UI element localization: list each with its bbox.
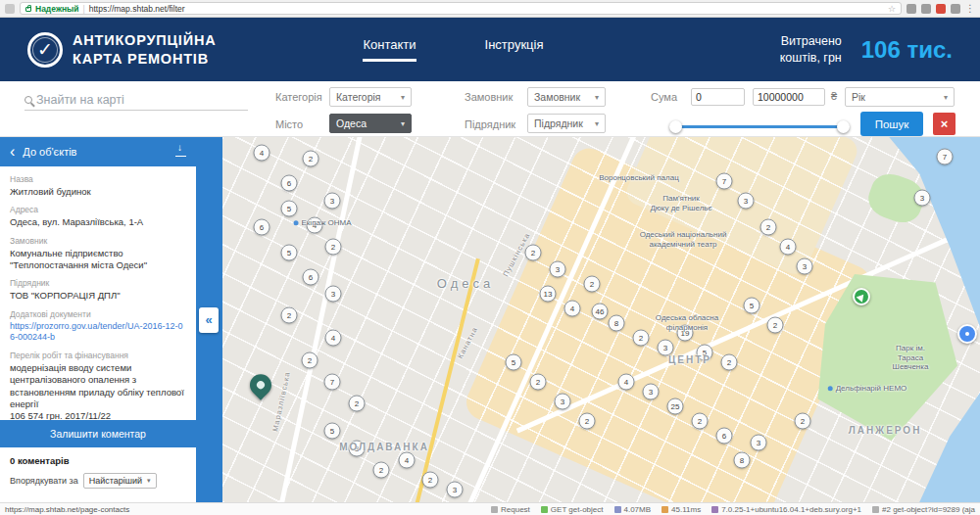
debug-item[interactable]: GET get-object: [541, 505, 604, 514]
browser-menu-icon[interactable]: ⋮: [965, 4, 975, 14]
sort-select[interactable]: Найстаріший▾: [83, 473, 157, 489]
map-marker[interactable]: 2: [302, 352, 318, 369]
map-marker[interactable]: 6: [281, 175, 298, 192]
slider-handle-min[interactable]: [669, 120, 682, 133]
map-marker[interactable]: 5: [506, 354, 522, 371]
debug-item[interactable]: #2 get-object?id=9289 (aja: [872, 505, 975, 514]
slider-handle-max[interactable]: [837, 120, 850, 133]
map-marker[interactable]: 25: [667, 398, 684, 415]
logo[interactable]: ✓ АНТИКОРУПЦІЙНА КАРТА РЕМОНТІВ: [27, 31, 216, 67]
debug-item[interactable]: 7.0.25-1+ubuntu16.04.1+deb.sury.org+1: [711, 505, 861, 514]
map-marker[interactable]: 2: [303, 151, 319, 167]
collapse-panel-button[interactable]: «: [199, 307, 219, 333]
map-marker[interactable]: 5: [697, 345, 713, 361]
blue-marker[interactable]: [957, 324, 977, 344]
map-marker[interactable]: 2: [579, 413, 596, 430]
map-canvas[interactable]: 4263564526324272532423231342468231952432…: [222, 137, 980, 502]
map-marker[interactable]: 4: [564, 301, 581, 317]
map-marker[interactable]: 4: [780, 239, 797, 256]
map-marker[interactable]: 2: [692, 413, 709, 430]
map-marker[interactable]: 8: [609, 315, 625, 332]
category-select[interactable]: Категорія▾: [329, 87, 412, 107]
nav-item-contacts[interactable]: Контакти: [363, 37, 416, 62]
back-icon[interactable]: ‹: [10, 144, 15, 160]
extension-icon[interactable]: [936, 4, 946, 14]
map-marker[interactable]: 19: [677, 325, 694, 342]
map-marker[interactable]: 3: [325, 286, 342, 303]
map-marker[interactable]: 3: [797, 258, 813, 275]
leave-comment-button[interactable]: Залишити коментар: [0, 420, 196, 447]
map-marker[interactable]: 3: [555, 394, 571, 410]
city-select[interactable]: Одеса▾: [329, 114, 412, 133]
map-marker[interactable]: 2: [633, 330, 650, 347]
map-marker[interactable]: 3: [643, 384, 660, 400]
close-filter-button[interactable]: ×: [933, 113, 956, 135]
map-marker[interactable]: 2: [530, 374, 547, 391]
map-marker[interactable]: 3: [349, 441, 366, 457]
green-marker[interactable]: [853, 288, 870, 305]
download-icon[interactable]: [175, 147, 186, 157]
map-marker[interactable]: 5: [324, 423, 341, 440]
customer-label: Замовник: [465, 91, 513, 103]
map-marker[interactable]: 5: [281, 201, 298, 217]
customer-select[interactable]: Замовник▾: [527, 87, 606, 107]
sum-min-input[interactable]: [691, 88, 745, 106]
map-marker[interactable]: 46: [592, 304, 609, 320]
page-icon[interactable]: [5, 4, 15, 14]
nav-item-instruction[interactable]: Інструкція: [485, 37, 544, 62]
map-marker[interactable]: 3: [738, 193, 755, 210]
map-marker[interactable]: 2: [584, 276, 601, 293]
sum-max-input[interactable]: [753, 88, 825, 106]
map-marker[interactable]: 4: [618, 374, 635, 391]
map-marker[interactable]: 5: [281, 245, 298, 261]
sum-range-slider[interactable]: [671, 120, 848, 133]
map-marker[interactable]: 3: [658, 340, 674, 356]
address-bar[interactable]: Надежный | https://map.shtab.net/filter …: [20, 2, 902, 15]
extension-icon[interactable]: [921, 4, 931, 14]
map-marker[interactable]: 8: [734, 452, 751, 469]
map-marker[interactable]: 4: [325, 330, 342, 347]
map-marker[interactable]: 4: [254, 145, 270, 162]
debug-item[interactable]: 4.07MB: [614, 505, 652, 514]
map-marker[interactable]: 4: [399, 452, 416, 469]
map-marker[interactable]: 2: [795, 413, 811, 430]
search-button[interactable]: Пошук: [860, 112, 923, 136]
map-marker[interactable]: 6: [303, 269, 319, 286]
extension-icon[interactable]: [906, 4, 916, 14]
extension-icon[interactable]: [951, 4, 960, 14]
main-content: ‹ До об'єктів НазваЖитловий будинокАдрес…: [0, 137, 980, 502]
map-marker[interactable]: 3: [447, 482, 464, 498]
field-value: модернізація вводу системи централізован…: [10, 362, 186, 420]
contractor-select[interactable]: Підрядник▾: [527, 114, 606, 133]
map-marker[interactable]: 3: [324, 193, 341, 210]
map-marker[interactable]: 3: [914, 190, 931, 207]
map-marker[interactable]: 4: [307, 217, 323, 234]
map-marker[interactable]: 2: [422, 472, 439, 489]
search-input[interactable]: [36, 93, 248, 107]
object-panel-header: ‹ До об'єктів: [0, 137, 196, 166]
map-marker[interactable]: 13: [540, 286, 557, 303]
year-select[interactable]: Рік▾: [845, 87, 955, 107]
map-marker[interactable]: 2: [349, 396, 366, 412]
map-marker[interactable]: 2: [325, 239, 342, 256]
map-marker[interactable]: 2: [760, 219, 777, 236]
map-marker[interactable]: 2: [281, 307, 298, 324]
map-marker[interactable]: 2: [373, 462, 390, 479]
map-marker[interactable]: 6: [254, 219, 270, 236]
bookmark-star-icon[interactable]: ☆: [888, 4, 896, 14]
map-marker[interactable]: 2: [767, 317, 784, 334]
field-value[interactable]: https://prozorro.gov.ua/tender/UA-2016-1…: [10, 321, 186, 344]
map-marker[interactable]: 3: [751, 435, 767, 451]
debug-item[interactable]: 45.11ms: [662, 505, 701, 514]
map-marker[interactable]: 2: [525, 245, 542, 261]
map-marker[interactable]: 2: [721, 354, 738, 371]
map-marker[interactable]: 5: [744, 298, 760, 314]
map-marker[interactable]: 7: [937, 149, 954, 165]
back-to-objects-button[interactable]: До об'єктів: [23, 146, 76, 158]
map-marker[interactable]: 3: [550, 261, 566, 278]
contractor-select-value: Підрядник: [534, 117, 583, 129]
map-marker[interactable]: 7: [324, 374, 341, 391]
map-marker[interactable]: 7: [716, 173, 733, 190]
map-marker[interactable]: 6: [716, 428, 733, 445]
debug-item[interactable]: Request: [491, 505, 530, 514]
